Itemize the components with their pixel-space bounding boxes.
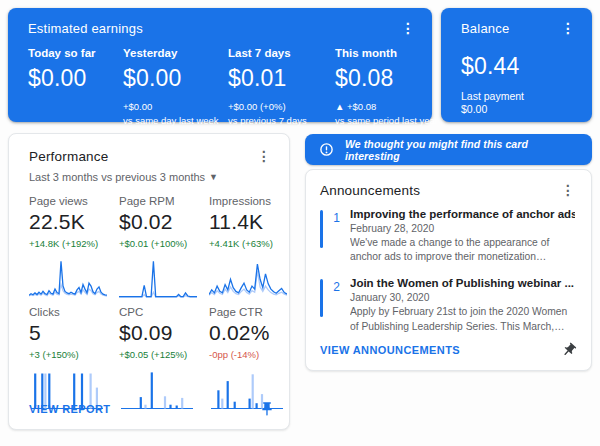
page-rpm-sparkline — [119, 255, 197, 299]
earnings-col-yesterday: Yesterday $0.00 +$0.00 vs same day last … — [123, 47, 228, 126]
announcement-number: 2 — [323, 277, 350, 333]
date-range-label: Last 3 months vs previous 3 months — [29, 171, 205, 183]
performance-footer: VIEW REPORT — [29, 401, 275, 417]
performance-header: Performance ⋮ — [29, 149, 273, 164]
announcements-list: 1 Improving the performance of anchor ad… — [320, 208, 577, 334]
announcements-title: Announcements — [320, 183, 420, 198]
suggestion-banner-text: We thought you might find this card inte… — [345, 138, 578, 162]
metric-change: +3 (+150%) — [29, 349, 119, 360]
metric-value: 22.5K — [29, 210, 119, 234]
new-releases-icon — [319, 142, 334, 157]
last-payment-value: $0.00 — [461, 103, 577, 115]
metric-change: -0pp (-14%) — [209, 349, 287, 360]
metric-change: +4.41K (+63%) — [209, 238, 287, 249]
earnings-delta: +$0.00 — [123, 101, 228, 113]
balance-header: Balance ⋮ — [461, 21, 577, 36]
earnings-col-thismonth: This month $0.08 ▲ +$0.08 vs same period… — [335, 47, 438, 126]
announcement-item[interactable]: 1 Improving the performance of anchor ad… — [320, 208, 577, 264]
announcement-content: Improving the performance of anchor ads … — [350, 208, 577, 264]
metrics-grid: Page views 22.5K +14.8K (+192%) Page RPM… — [29, 195, 273, 410]
kebab-menu-icon[interactable]: ⋮ — [559, 183, 577, 197]
metric-page-rpm: Page RPM $0.02 +$0.01 (+100%) — [119, 195, 209, 299]
metric-label: CPC — [119, 306, 209, 318]
earnings-label: Today so far — [28, 47, 123, 59]
announcement-snippet: Apply by February 21st to join the 2020 … — [350, 305, 575, 333]
earnings-note: vs previous 7 days — [228, 115, 335, 126]
metric-impressions: Impressions 11.4K +4.41K (+63%) — [209, 195, 287, 299]
metric-value: $0.09 — [119, 321, 209, 345]
metric-page-views: Page views 22.5K +14.8K (+192%) — [29, 195, 119, 299]
earnings-label: This month — [335, 47, 438, 59]
earnings-col-today: Today so far $0.00 — [28, 47, 123, 126]
last-payment-label: Last payment — [461, 90, 577, 102]
pin-icon[interactable] — [558, 339, 581, 362]
metric-change: +14.8K (+192%) — [29, 238, 119, 249]
pin-icon[interactable] — [259, 401, 275, 417]
earnings-delta — [28, 101, 123, 113]
announcements-card: Announcements ⋮ 1 Improving the performa… — [305, 169, 592, 371]
performance-title: Performance — [29, 149, 108, 164]
metric-label: Impressions — [209, 195, 287, 207]
adsense-dashboard: Estimated earnings ⋮ Today so far $0.00 … — [0, 0, 600, 446]
metric-label: Page views — [29, 195, 119, 207]
metric-value: 5 — [29, 321, 119, 345]
earnings-value: $0.00 — [28, 65, 123, 92]
impressions-sparkline — [209, 255, 287, 299]
metric-cpc: CPC $0.09 +$0.05 (+125%) — [119, 306, 209, 410]
metric-label: Page CTR — [209, 306, 287, 318]
metric-clicks: Clicks 5 +3 (+150%) — [29, 306, 119, 410]
metric-page-ctr: Page CTR 0.02% -0pp (-14%) — [209, 306, 287, 410]
estimated-earnings-header: Estimated earnings ⋮ — [28, 21, 417, 36]
suggestion-banner: We thought you might find this card inte… — [305, 134, 592, 165]
metric-label: Clicks — [29, 306, 119, 318]
announcement-date: February 28, 2020 — [350, 223, 575, 234]
announcement-number: 1 — [323, 208, 350, 264]
estimated-earnings-card: Estimated earnings ⋮ Today so far $0.00 … — [8, 8, 432, 122]
earnings-value: $0.08 — [335, 65, 438, 92]
page-views-sparkline — [29, 255, 107, 299]
announcements-header: Announcements ⋮ — [320, 183, 577, 198]
kebab-menu-icon[interactable]: ⋮ — [255, 149, 273, 163]
earnings-note: vs same period last year — [335, 115, 438, 126]
chevron-down-icon: ▼ — [209, 172, 218, 182]
earnings-delta: ▲ +$0.08 — [335, 101, 438, 113]
announcement-date: January 30, 2020 — [350, 292, 575, 303]
announcement-content: Join the Women of Publishing webinar ...… — [350, 277, 577, 333]
metric-change: +$0.05 (+125%) — [119, 349, 209, 360]
announcement-title: Join the Women of Publishing webinar ... — [350, 277, 575, 289]
performance-card: Performance ⋮ Last 3 months vs previous … — [8, 133, 290, 430]
balance-value: $0.44 — [461, 53, 577, 80]
earnings-label: Yesterday — [123, 47, 228, 59]
earnings-delta: +$0.00 (+0%) — [228, 101, 335, 113]
announcements-footer: VIEW ANNOUNCEMENTS — [320, 342, 577, 358]
metric-value: $0.02 — [119, 210, 209, 234]
earnings-columns: Today so far $0.00 Yesterday $0.00 +$0.0… — [28, 47, 417, 126]
earnings-value: $0.00 — [123, 65, 228, 92]
announcement-item[interactable]: 2 Join the Women of Publishing webinar .… — [320, 277, 577, 333]
metric-value: 11.4K — [209, 210, 287, 234]
balance-card: Balance ⋮ $0.44 Last payment $0.00 — [441, 8, 592, 122]
metric-change: +$0.01 (+100%) — [119, 238, 209, 249]
date-range-selector[interactable]: Last 3 months vs previous 3 months ▼ — [29, 171, 218, 183]
metric-value: 0.02% — [209, 321, 287, 345]
earnings-note: vs same day last week — [123, 115, 228, 126]
kebab-menu-icon[interactable]: ⋮ — [559, 21, 577, 35]
metric-label: Page RPM — [119, 195, 209, 207]
kebab-menu-icon[interactable]: ⋮ — [399, 21, 417, 35]
announcement-snippet: We've made a change to the appearance of… — [350, 236, 575, 264]
earnings-label: Last 7 days — [228, 47, 335, 59]
estimated-earnings-title: Estimated earnings — [28, 21, 143, 36]
view-announcements-link[interactable]: VIEW ANNOUNCEMENTS — [320, 344, 460, 356]
earnings-value: $0.01 — [228, 65, 335, 92]
announcement-title: Improving the performance of anchor ads — [350, 208, 575, 220]
view-report-link[interactable]: VIEW REPORT — [29, 403, 110, 415]
earnings-col-last7days: Last 7 days $0.01 +$0.00 (+0%) vs previo… — [228, 47, 335, 126]
balance-title: Balance — [461, 21, 509, 36]
